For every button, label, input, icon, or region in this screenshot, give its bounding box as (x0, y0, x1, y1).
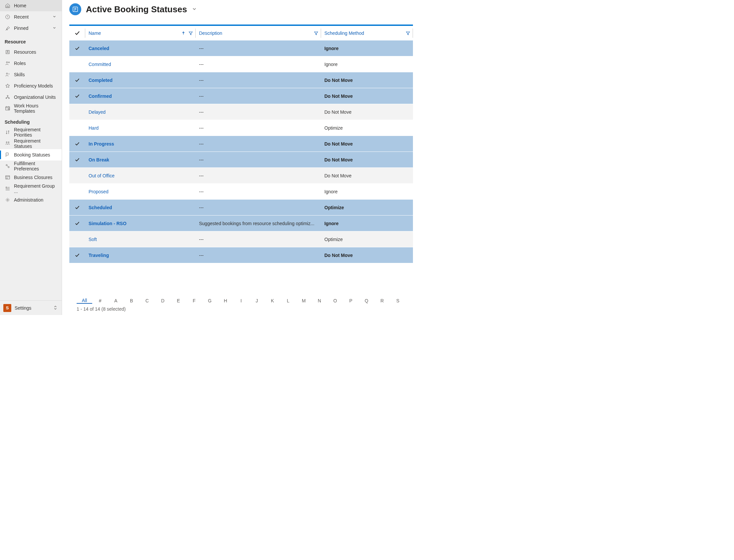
row-checkbox[interactable] (69, 78, 85, 83)
nav-recent[interactable]: Recent (0, 11, 62, 23)
table-row[interactable]: Confirmed---Do Not Move (69, 88, 413, 104)
table-row[interactable]: Simulation - RSOSuggested bookings from … (69, 216, 413, 231)
alpha-filter-k[interactable]: K (265, 298, 280, 304)
sidebar-item-work-hours-templates[interactable]: Work Hours Templates (0, 103, 62, 114)
alpha-filter-r[interactable]: R (374, 298, 390, 304)
sidebar-item-label: Organizational Units (14, 94, 57, 100)
row-checkbox[interactable] (69, 253, 85, 258)
sidebar-item-label: Business Closures (14, 175, 57, 180)
alpha-filter-all[interactable]: All (77, 298, 92, 304)
row-scheduling-method: Do Not Move (324, 253, 353, 258)
alpha-filter-e[interactable]: E (170, 298, 186, 304)
administration-icon (5, 197, 11, 203)
row-name[interactable]: Proposed (89, 189, 108, 194)
row-description: --- (199, 173, 204, 178)
row-name[interactable]: Confirmed (89, 93, 112, 99)
column-name[interactable]: Name (85, 26, 196, 40)
row-name[interactable]: Traveling (89, 253, 109, 258)
roles-icon (5, 60, 11, 66)
sidebar-item-administration[interactable]: Administration (0, 194, 62, 206)
sidebar-item-requirement-statuses[interactable]: Requirement Statuses (0, 138, 62, 149)
sort-ascending-icon[interactable] (180, 30, 187, 37)
sidebar-item-fulfillment-preferences[interactable]: Fulfillment Preferences (0, 160, 62, 172)
row-name[interactable]: On Break (89, 157, 109, 162)
alpha-filter-b[interactable]: B (124, 298, 139, 304)
row-checkbox[interactable] (69, 157, 85, 162)
clock-icon (5, 14, 11, 20)
row-name[interactable]: Out of Office (89, 173, 114, 178)
row-description: --- (199, 93, 204, 99)
row-checkbox[interactable] (69, 205, 85, 210)
column-scheduling-method[interactable]: Scheduling Method (321, 26, 413, 40)
alpha-filter-f[interactable]: F (186, 298, 202, 304)
table-row[interactable]: Scheduled---Optimize (69, 200, 413, 216)
table-row[interactable]: Proposed---Ignore (69, 184, 413, 200)
row-name[interactable]: Simulation - RSO (89, 221, 126, 226)
select-all-checkbox[interactable] (69, 30, 85, 36)
sidebar-item-roles[interactable]: Roles (0, 58, 62, 69)
sidebar-item-booking-statuses[interactable]: Booking Statuses (0, 149, 62, 160)
alpha-filter-d[interactable]: D (155, 298, 170, 304)
table-row[interactable]: Soft---Optimize (69, 231, 413, 247)
row-name[interactable]: In Progress (89, 141, 114, 147)
table-row[interactable]: Out of Office---Do Not Move (69, 168, 413, 184)
alpha-filter-#[interactable]: # (92, 298, 108, 304)
row-scheduling-method: Do Not Move (324, 141, 353, 147)
alpha-filter-a[interactable]: A (108, 298, 123, 304)
alpha-filter-m[interactable]: M (296, 298, 311, 304)
row-name[interactable]: Soft (89, 237, 97, 242)
grid-body: Canceled---IgnoreCommitted---IgnoreCompl… (69, 40, 413, 296)
alpha-filter-q[interactable]: Q (358, 298, 374, 304)
sidebar-item-business-closures[interactable]: Business Closures (0, 172, 62, 183)
alpha-filter-c[interactable]: C (139, 298, 155, 304)
sidebar-item-proficiency-models[interactable]: Proficiency Models (0, 80, 62, 92)
alpha-filter-o[interactable]: O (327, 298, 343, 304)
sidebar-item-skills[interactable]: Skills (0, 69, 62, 80)
row-checkbox[interactable] (69, 141, 85, 147)
sidebar-item-requirement-priorities[interactable]: Requirement Priorities (0, 127, 62, 138)
row-checkbox[interactable] (69, 46, 85, 51)
row-checkbox[interactable] (69, 221, 85, 226)
sidebar-item-requirement-group[interactable]: Requirement Group ... (0, 183, 62, 194)
filter-icon[interactable] (187, 30, 194, 37)
filter-icon[interactable] (404, 30, 412, 37)
alpha-filter-i[interactable]: I (233, 298, 249, 304)
table-row[interactable]: Completed---Do Not Move (69, 72, 413, 88)
table-row[interactable]: Committed---Ignore (69, 56, 413, 72)
alpha-filter-n[interactable]: N (312, 298, 327, 304)
nav-home[interactable]: Home (0, 0, 62, 11)
row-checkbox[interactable] (69, 93, 85, 99)
row-name[interactable]: Scheduled (89, 205, 112, 210)
svg-point-6 (7, 95, 8, 96)
table-row[interactable]: Hard---Optimize (69, 120, 413, 136)
row-name[interactable]: Delayed (89, 109, 105, 115)
alpha-filter-l[interactable]: L (280, 298, 296, 304)
row-name[interactable]: Canceled (89, 46, 109, 51)
area-switcher[interactable]: S Settings (0, 300, 62, 315)
alpha-filter-j[interactable]: J (249, 298, 265, 304)
row-name[interactable]: Completed (89, 78, 112, 83)
row-name[interactable]: Committed (89, 62, 111, 67)
alpha-filter-g[interactable]: G (202, 298, 217, 304)
alpha-filter-s[interactable]: S (390, 298, 406, 304)
sidebar-item-label: Booking Statuses (14, 152, 57, 157)
sidebar-item-resources[interactable]: Resources (0, 46, 62, 58)
filter-icon[interactable] (312, 30, 320, 37)
nav-pinned[interactable]: Pinned (0, 23, 62, 34)
sidebar-item-label: Requirement Statuses (14, 138, 57, 149)
alpha-filter-h[interactable]: H (217, 298, 233, 304)
table-row[interactable]: Delayed---Do Not Move (69, 104, 413, 120)
view-dropdown-icon[interactable] (192, 6, 198, 12)
table-row[interactable]: In Progress---Do Not Move (69, 136, 413, 152)
column-description[interactable]: Description (196, 26, 321, 40)
row-name[interactable]: Hard (89, 125, 98, 131)
sidebar-item-organizational-units[interactable]: Organizational Units (0, 92, 62, 103)
record-count-status: 1 - 14 of 14 (8 selected) (69, 305, 413, 315)
svg-point-13 (6, 164, 7, 166)
alpha-filter-p[interactable]: P (343, 298, 358, 304)
table-row[interactable]: Canceled---Ignore (69, 40, 413, 56)
table-row[interactable]: On Break---Do Not Move (69, 152, 413, 168)
row-description: --- (199, 109, 204, 115)
organizational-units-icon (5, 94, 11, 100)
table-row[interactable]: Traveling---Do Not Move (69, 247, 413, 263)
